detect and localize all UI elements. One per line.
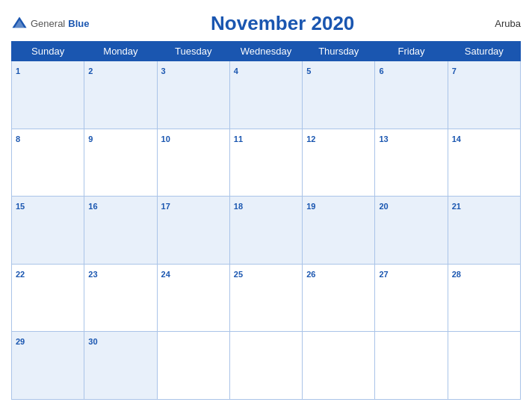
day-number: 12 — [306, 135, 315, 143]
calendar-day-cell: 10 — [157, 129, 229, 197]
day-number: 10 — [161, 135, 170, 143]
calendar-day-cell: 11 — [229, 129, 302, 197]
day-number: 19 — [306, 202, 315, 211]
calendar-day-cell: 17 — [157, 197, 229, 265]
day-number: 11 — [234, 135, 243, 143]
calendar-day-cell: 30 — [84, 332, 157, 400]
calendar-day-cell: 3 — [157, 61, 229, 129]
calendar-day-cell: 14 — [448, 129, 520, 197]
header-tuesday: Tuesday — [157, 42, 229, 61]
day-number: 9 — [88, 135, 93, 143]
header-sunday: Sunday — [12, 42, 84, 61]
header-saturday: Saturday — [448, 42, 520, 61]
calendar-day-cell: 23 — [84, 264, 157, 332]
day-number: 23 — [88, 270, 97, 279]
day-number: 14 — [452, 135, 461, 143]
day-number: 16 — [88, 202, 97, 211]
calendar-day-cell: 27 — [375, 264, 448, 332]
calendar-week-row: 15161718192021 — [12, 197, 521, 265]
day-number: 5 — [306, 67, 311, 75]
calendar-body: 1234567891011121314151617181920212223242… — [12, 61, 521, 400]
calendar-day-cell: 22 — [12, 264, 84, 332]
day-number: 28 — [452, 270, 461, 279]
day-number: 3 — [161, 67, 166, 75]
day-number: 29 — [16, 337, 25, 346]
calendar-day-cell: 15 — [12, 197, 84, 265]
country-label: Aruba — [476, 18, 521, 29]
day-number: 17 — [161, 202, 170, 211]
header-friday: Friday — [375, 42, 448, 61]
day-number: 24 — [161, 270, 170, 279]
calendar-day-cell — [229, 332, 302, 400]
calendar-day-cell: 19 — [303, 197, 375, 265]
day-number: 18 — [234, 202, 243, 211]
calendar-day-cell: 8 — [12, 129, 84, 197]
day-number: 20 — [379, 202, 388, 211]
calendar-week-row: 891011121314 — [12, 129, 521, 197]
calendar-week-row: 2930 — [12, 332, 521, 400]
logo-text-general: General — [31, 18, 65, 29]
calendar-header: General Blue November 2020 Aruba — [11, 7, 521, 41]
calendar-day-cell: 28 — [448, 264, 520, 332]
day-number: 21 — [452, 202, 461, 211]
calendar-day-cell: 25 — [229, 264, 302, 332]
calendar-day-cell: 4 — [229, 61, 302, 129]
calendar-day-cell: 13 — [375, 129, 448, 197]
day-number: 8 — [16, 135, 20, 143]
calendar-day-cell: 5 — [303, 61, 375, 129]
calendar-day-cell: 18 — [229, 197, 302, 265]
calendar-day-cell — [303, 332, 375, 400]
calendar-week-row: 1234567 — [12, 61, 521, 129]
calendar-day-cell — [375, 332, 448, 400]
calendar-day-cell: 7 — [448, 61, 520, 129]
calendar-title: November 2020 — [89, 12, 476, 35]
header-thursday: Thursday — [303, 42, 375, 61]
logo-icon — [11, 16, 28, 32]
calendar-day-cell: 1 — [12, 61, 84, 129]
calendar-day-cell: 29 — [12, 332, 84, 400]
calendar-table: Sunday Monday Tuesday Wednesday Thursday… — [11, 41, 521, 400]
day-number: 13 — [379, 135, 388, 143]
day-number: 2 — [88, 67, 93, 75]
header-wednesday: Wednesday — [229, 42, 302, 61]
logo: General Blue — [11, 16, 89, 32]
day-number: 25 — [234, 270, 243, 279]
day-number: 27 — [379, 270, 388, 279]
calendar-day-cell: 9 — [84, 129, 157, 197]
calendar-day-cell — [157, 332, 229, 400]
calendar-day-cell: 6 — [375, 61, 448, 129]
weekday-header-row: Sunday Monday Tuesday Wednesday Thursday… — [12, 42, 521, 61]
day-number: 6 — [379, 67, 383, 75]
calendar-day-cell: 21 — [448, 197, 520, 265]
calendar-day-cell — [448, 332, 520, 400]
logo-text-blue: Blue — [68, 18, 89, 29]
day-number: 1 — [16, 67, 20, 75]
calendar-day-cell: 2 — [84, 61, 157, 129]
day-number: 30 — [88, 337, 97, 346]
day-number: 15 — [16, 202, 25, 211]
calendar-day-cell: 26 — [303, 264, 375, 332]
day-number: 7 — [452, 67, 457, 75]
header-monday: Monday — [84, 42, 157, 61]
calendar-day-cell: 16 — [84, 197, 157, 265]
calendar-day-cell: 20 — [375, 197, 448, 265]
calendar-day-cell: 12 — [303, 129, 375, 197]
day-number: 26 — [306, 270, 315, 279]
day-number: 4 — [234, 67, 238, 75]
calendar-day-cell: 24 — [157, 264, 229, 332]
day-number: 22 — [16, 270, 25, 279]
calendar-week-row: 22232425262728 — [12, 264, 521, 332]
